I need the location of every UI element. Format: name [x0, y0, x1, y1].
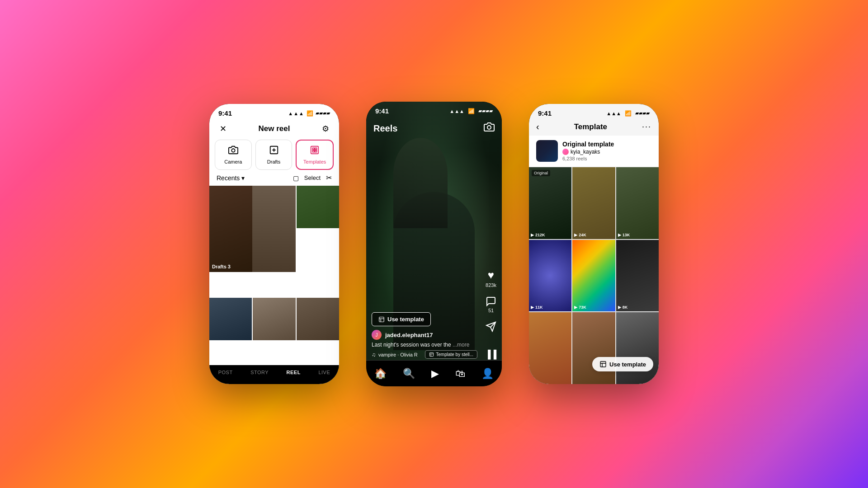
camera-tab-icon	[228, 145, 238, 157]
user-avatar: J	[372, 330, 382, 340]
grid-cell-6[interactable]	[297, 298, 339, 340]
signal-2: ▲▲▲	[449, 108, 464, 114]
signal-icon: ▲▲▲	[288, 111, 304, 116]
play-icon-4: ▶	[531, 305, 534, 310]
tab-drafts[interactable]: Drafts	[255, 140, 292, 170]
nav-story[interactable]: STORY	[250, 370, 269, 375]
tg-cell-7[interactable]	[529, 312, 571, 384]
phone-1-screen: 9:41 ▲▲▲ 📶 ▰▰▰▰ ✕ New reel ⚙ C	[209, 104, 339, 384]
reels-nav-icon[interactable]: ▶	[431, 368, 439, 380]
music-text[interactable]: vampire · Olivia R	[378, 352, 418, 357]
original-template-title: Original template	[562, 141, 651, 148]
original-template-thumb	[536, 140, 558, 162]
original-label: Original	[532, 170, 550, 176]
template-badge-text: Template by stell...	[436, 352, 473, 357]
tg-cell-9[interactable]	[616, 312, 659, 384]
svg-rect-12	[379, 317, 384, 322]
phone-1: 9:41 ▲▲▲ 📶 ▰▰▰▰ ✕ New reel ⚙ C	[209, 104, 339, 384]
grid-cell-5[interactable]	[253, 298, 295, 340]
tg-cell-8[interactable]	[572, 312, 615, 384]
status-bar-1: 9:41 ▲▲▲ 📶 ▰▰▰▰	[209, 104, 339, 119]
phone3-header: ‹ Template ···	[529, 119, 659, 136]
recents-bar: Recents ▾ ▢ Select ✂	[209, 170, 339, 186]
template-badge[interactable]: Template by stell...	[425, 350, 477, 359]
grid-cell-4[interactable]	[209, 298, 252, 340]
search-nav-icon[interactable]: 🔍	[403, 368, 415, 380]
likes-count: 823k	[486, 282, 496, 288]
tg-cell-2[interactable]: ▶ 24K	[572, 167, 615, 239]
tg-cell-1[interactable]: Original ▶ 212K	[529, 167, 571, 239]
drafts-tab-icon	[269, 145, 279, 157]
bar-icon[interactable]: ▐▐	[485, 350, 496, 359]
tabs-row: Camera Drafts	[209, 140, 339, 170]
time-3: 9:41	[538, 109, 552, 117]
battery-3: ▰▰▰▰	[635, 110, 650, 116]
recents-actions: ▢ Select ✂	[293, 174, 332, 182]
stat-11k: ▶ 11K	[531, 305, 543, 310]
camera-button-2[interactable]	[484, 122, 495, 135]
tg-cell-5[interactable]: ▶ 73K	[572, 240, 615, 312]
template-badge-icon	[429, 352, 434, 357]
caption-more[interactable]: ...more	[453, 342, 469, 348]
phone-2: 9:41 ▲▲▲ 📶 ▰▰▰▰ Reels ♥ 823k	[366, 102, 502, 386]
status-icons-2: ▲▲▲ 📶 ▰▰▰▰	[449, 108, 493, 114]
time-1: 9:41	[218, 109, 232, 117]
tg-cell-4[interactable]: ▶ 11K	[529, 240, 571, 312]
original-template-info: Original template kyia_kayaks 6,238 reel…	[562, 141, 651, 161]
settings-button[interactable]: ⚙	[319, 122, 332, 135]
music-note-icon: ♫	[372, 352, 376, 358]
tg-cell-3[interactable]: ▶ 13K	[616, 167, 659, 239]
comment-icon	[486, 296, 496, 307]
username[interactable]: jaded.elephant17	[385, 332, 433, 338]
more-options-button[interactable]: ···	[642, 122, 651, 131]
comment-action[interactable]: 51	[486, 296, 496, 313]
play-icon-2: ▶	[574, 233, 577, 237]
back-button[interactable]: ‹	[536, 122, 539, 132]
select-button[interactable]: Select	[304, 174, 321, 181]
phone-2-screen: 9:41 ▲▲▲ 📶 ▰▰▰▰ Reels ♥ 823k	[366, 102, 502, 386]
select-icon: ▢	[293, 174, 299, 182]
wifi-icon: 📶	[307, 110, 313, 117]
nav-live[interactable]: LIVE	[318, 370, 330, 375]
scissors-icon[interactable]: ✂	[326, 174, 332, 182]
use-template-float-button[interactable]: Use template	[592, 357, 653, 371]
signal-3: ▲▲▲	[606, 111, 621, 116]
bottom-nav-1: POST STORY REEL LIVE	[209, 365, 339, 384]
drafts-tab-label: Drafts	[267, 159, 280, 164]
play-icon-6: ▶	[618, 305, 621, 310]
original-template-username[interactable]: kyia_kayaks	[571, 149, 600, 155]
profile-nav-icon[interactable]: 👤	[481, 368, 494, 380]
like-action[interactable]: ♥ 823k	[486, 269, 496, 288]
shop-nav-icon[interactable]: 🛍	[455, 368, 465, 380]
heart-icon: ♥	[488, 269, 494, 282]
original-template-section: Original template kyia_kayaks 6,238 reel…	[529, 136, 659, 166]
home-nav-icon[interactable]: 🏠	[374, 368, 387, 380]
stat-8k: ▶ 8K	[618, 305, 628, 310]
tab-camera[interactable]: Camera	[215, 140, 252, 170]
drafts-label: Drafts 3	[212, 264, 231, 269]
use-template-button-2[interactable]: Use template	[372, 312, 431, 326]
use-template-icon	[378, 316, 385, 323]
svg-point-0	[231, 149, 235, 152]
svg-rect-7	[313, 150, 315, 152]
close-button[interactable]: ✕	[217, 122, 229, 135]
nav-reel[interactable]: REEL	[287, 370, 301, 375]
reels-title: Reels	[373, 123, 397, 134]
svg-rect-13	[430, 352, 434, 356]
stat-212k: ▶ 212K	[531, 233, 545, 237]
status-icons-3: ▲▲▲ 📶 ▰▰▰▰	[606, 110, 650, 117]
nav-post[interactable]: POST	[218, 370, 233, 375]
svg-point-9	[487, 126, 491, 129]
tg-cell-6[interactable]: ▶ 8K	[616, 240, 659, 312]
svg-rect-5	[313, 148, 315, 150]
bottom-nav-2: 🏠 🔍 ▶ 🛍 👤	[366, 360, 502, 386]
grid-cell-3[interactable]	[297, 186, 339, 228]
template-page-title: Template	[574, 122, 607, 131]
templates-tab-label: Templates	[303, 159, 326, 164]
templates-tab-icon	[310, 145, 320, 157]
recents-dropdown[interactable]: Recents ▾	[217, 174, 245, 182]
tab-templates[interactable]: Templates	[296, 140, 334, 170]
camera-tab-label: Camera	[224, 159, 242, 164]
grid-cell-drafts[interactable]: Drafts 3	[209, 186, 296, 272]
play-icon-3: ▶	[618, 233, 621, 237]
